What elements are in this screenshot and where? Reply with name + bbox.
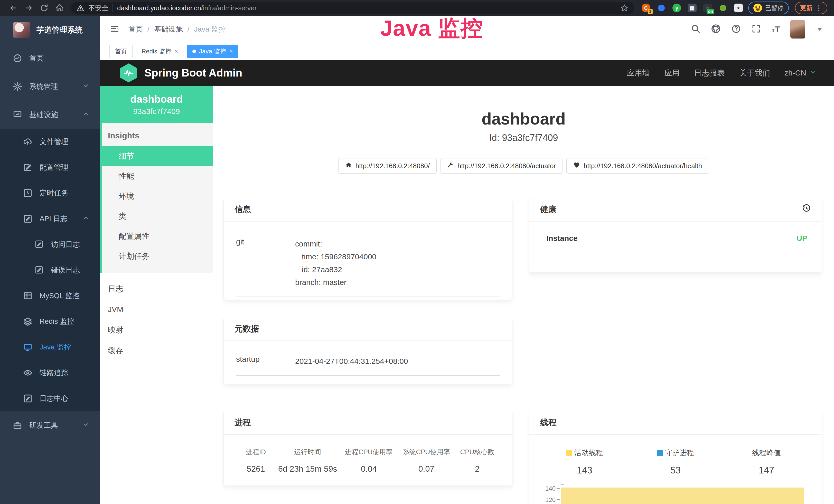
daemon-threads-value: 53	[630, 465, 721, 476]
url-path: /infra/admin-server	[201, 4, 257, 12]
tag-redis-monitor[interactable]: Redis 监控 ×	[136, 45, 183, 58]
sidebar-item-api-logs[interactable]: API 日志	[0, 206, 100, 232]
sidebar-item-scheduled-jobs[interactable]: 定时任务	[0, 180, 100, 206]
process-col-pid: 进程ID	[236, 448, 276, 457]
briefcase-icon	[13, 421, 22, 430]
sidebar-item-log-center[interactable]: 日志中心	[0, 386, 100, 411]
legend-swatch-yellow	[566, 450, 572, 456]
sba-item-classes[interactable]: 类	[102, 206, 213, 226]
sidebar-item-file-manage[interactable]: 文件管理	[0, 129, 100, 155]
recording-paused-pill[interactable]: 已暂停	[748, 2, 789, 15]
tag-java-monitor[interactable]: Java 监控 ×	[187, 45, 238, 58]
sba-link-about[interactable]: 关于我们	[739, 68, 770, 78]
tag-close-icon[interactable]: ×	[229, 48, 233, 55]
font-size-icon[interactable]: тT	[771, 24, 780, 35]
browser-reload-button[interactable]	[38, 1, 51, 15]
sba-navbar: Spring Boot Admin 应用墙 应用 日志报表 关于我们 zh-CN	[100, 60, 834, 86]
fullscreen-icon[interactable]	[751, 24, 761, 35]
extension-grid-icon[interactable]: ▦	[687, 3, 697, 13]
chevron-down-icon	[809, 69, 816, 77]
tag-close-icon[interactable]: ×	[174, 48, 178, 55]
chevron-up-icon	[82, 110, 89, 119]
browser-back-button[interactable]	[7, 1, 20, 15]
sidebar-item-system[interactable]: 系统管理	[0, 72, 100, 101]
extension-colorzilla-icon[interactable]: C1	[641, 3, 651, 13]
search-icon[interactable]	[691, 24, 700, 35]
extension-puzzle-icon[interactable]: ⚬	[733, 3, 744, 13]
sidebar-item-config-manage[interactable]: 配置管理	[0, 155, 100, 180]
sidebar-item-label: 系统管理	[29, 82, 58, 91]
breadcrumb-infra[interactable]: 基础设施	[154, 24, 183, 34]
avatar-caret-icon[interactable]	[817, 28, 822, 31]
legend-label: 线程峰值	[752, 448, 781, 458]
browser-extensions: C1 y ▦ ≡on ⚬	[641, 3, 744, 13]
sidebar-item-dev-tools[interactable]: 研发工具	[0, 411, 100, 439]
sba-item-scheduled-tasks[interactable]: 计划任务	[102, 246, 213, 266]
chrome-update-button[interactable]: 更新 ⋮	[795, 2, 827, 14]
tag-home[interactable]: 首页	[109, 45, 133, 58]
card-title: 元数据	[235, 323, 259, 335]
browser-forward-button[interactable]	[22, 1, 36, 15]
sba-item-mappings[interactable]: 映射	[100, 320, 213, 340]
process-col-system-cpu: 系统CPU使用率	[398, 448, 455, 457]
sba-item-details[interactable]: 细节	[100, 146, 213, 166]
instance-id: 93a3fc7f7409	[133, 107, 180, 116]
sba-item-environment[interactable]: 环境	[102, 186, 213, 206]
sidebar-item-access-logs[interactable]: 访问日志	[0, 232, 100, 257]
service-url-button[interactable]: http://192.168.0.2:48080/	[338, 158, 437, 174]
y-tick-140: 140	[539, 485, 555, 492]
sidebar-item-infra[interactable]: 基础设施	[0, 101, 100, 129]
metadata-card-header: 元数据	[224, 317, 512, 341]
sidebar-item-home[interactable]: 首页	[0, 44, 100, 72]
sidebar-item-java-monitor[interactable]: Java 监控	[0, 334, 100, 360]
spring-boot-admin-logo[interactable]	[120, 63, 137, 83]
github-icon[interactable]	[711, 24, 721, 35]
help-icon[interactable]	[731, 24, 741, 35]
threads-chart: 140 120 100	[539, 484, 812, 504]
screen: 不安全 dashboard.yudao.iocoder.cn/infra/adm…	[0, 0, 834, 504]
threads-legend: 活动线程 守护进程 线程峰值 143 53 147	[539, 444, 812, 476]
browser-home-button[interactable]	[53, 1, 66, 15]
sidebar-item-mysql-monitor[interactable]: MySQL 监控	[0, 283, 100, 308]
sba-item-caches[interactable]: 缓存	[100, 340, 213, 361]
health-url-button[interactable]: http://192.168.0.2:48080/actuator/health	[566, 158, 709, 174]
extension-y-icon[interactable]: y	[672, 3, 682, 13]
navbar-actions: тT	[691, 20, 822, 39]
sba-link-journal[interactable]: 日志报表	[694, 68, 725, 78]
security-label: 不安全	[88, 4, 108, 13]
sba-item-metrics[interactable]: 性能	[102, 166, 213, 186]
extension-sprout-icon[interactable]	[718, 3, 728, 13]
hamburger-icon[interactable]	[109, 24, 120, 35]
actuator-url-button[interactable]: http://192.168.0.2:48080/actuator	[440, 158, 563, 174]
instance-header[interactable]: dashboard 93a3fc7f7409	[100, 86, 213, 123]
sba-item-logs[interactable]: 日志	[100, 279, 213, 299]
sidebar-item-label: MySQL 监控	[40, 291, 80, 301]
sidebar-item-tracing[interactable]: 链路追踪	[0, 360, 100, 386]
bookmark-star-icon[interactable]	[620, 4, 629, 12]
sba-item-jvm[interactable]: JVM	[100, 299, 213, 320]
card-title: 健康	[540, 204, 556, 215]
sba-sidebar: dashboard 93a3fc7f7409 Insights 细节 性能 环境…	[100, 86, 213, 504]
extension-switch-icon[interactable]: ≡on	[702, 3, 713, 13]
instance-title-block: dashboard Id: 93a3fc7f7409	[213, 109, 834, 143]
sba-brand-title: Spring Boot Admin	[144, 67, 242, 79]
sidebar-item-redis-monitor[interactable]: Redis 监控	[0, 308, 100, 334]
sidebar-item-label: Java 监控	[40, 342, 71, 352]
history-icon[interactable]	[802, 204, 811, 215]
legend-peak-threads: 线程峰值	[721, 448, 812, 458]
process-pid-value: 5261	[236, 464, 276, 474]
breadcrumb-home[interactable]: 首页	[128, 24, 143, 34]
user-avatar[interactable]	[790, 20, 805, 39]
browser-menu-icon[interactable]: ⋮	[815, 4, 822, 12]
emoji-face-icon	[753, 4, 762, 12]
sba-item-config-props[interactable]: 配置属性	[102, 226, 213, 246]
service-url: http://192.168.0.2:48080/	[355, 162, 430, 170]
insights-group-label: Insights	[102, 123, 213, 146]
app-logo-row[interactable]: 芋道管理系统	[0, 16, 100, 44]
sidebar-item-error-logs[interactable]: 错误日志	[0, 257, 100, 283]
locale-selector[interactable]: zh-CN	[785, 69, 816, 77]
sba-link-applications[interactable]: 应用	[664, 68, 680, 78]
browser-address-bar[interactable]: 不安全 dashboard.yudao.iocoder.cn/infra/adm…	[71, 2, 634, 14]
extension-pin-icon[interactable]	[656, 3, 666, 13]
sba-link-wallboard[interactable]: 应用墙	[627, 68, 650, 78]
